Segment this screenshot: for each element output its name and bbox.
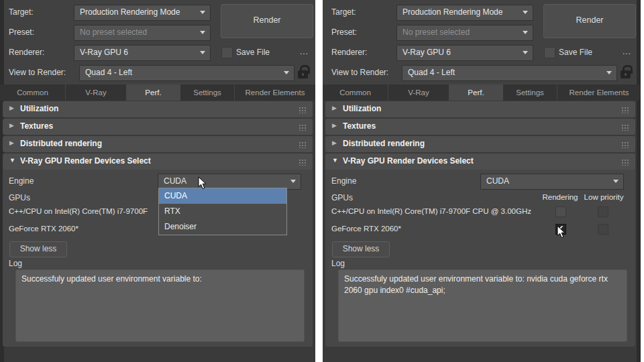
engine-dropdown-list: CUDA RTX Denoiser (158, 188, 287, 235)
expanded-arrow-icon: ▼ (332, 157, 338, 164)
target-dropdown[interactable]: Production Rendering Mode (396, 5, 533, 21)
save-file-label: Save File (559, 48, 592, 57)
rollout-distributed-rendering[interactable]: ▶ Distributed rendering (325, 136, 635, 152)
renderer-dropdown-value: V-Ray GPU 6 (80, 48, 128, 57)
drag-grip-icon[interactable] (621, 141, 629, 148)
expanded-arrow-icon: ▼ (9, 157, 15, 164)
save-file-checkbox[interactable] (544, 47, 555, 58)
settings-tabbar: Common V-Ray Perf. Settings Render Eleme… (0, 84, 315, 101)
chevron-down-icon (200, 51, 205, 54)
target-dropdown[interactable]: Production Rendering Mode (74, 5, 211, 21)
chevron-down-icon (606, 71, 612, 74)
preset-label: Preset: (331, 27, 357, 37)
lock-view-icon[interactable] (621, 65, 632, 79)
view-to-render-dropdown[interactable]: Quad 4 - Left (402, 65, 617, 81)
drag-grip-icon[interactable] (621, 107, 629, 113)
gpus-label: GPUs (331, 193, 353, 202)
renderer-label: Renderer: (331, 48, 367, 57)
collapsed-arrow-icon: ▶ (9, 105, 14, 111)
chevron-down-icon (200, 11, 205, 14)
render-setup-panel-right: Target: Production Rendering Mode Render… (323, 0, 641, 362)
drag-grip-icon[interactable] (621, 124, 629, 131)
rollout-textures[interactable]: ▶ Textures (325, 119, 635, 135)
engine-option-rtx[interactable]: RTX (159, 204, 286, 219)
lock-view-icon[interactable] (298, 65, 309, 79)
save-file-label: Save File (236, 48, 270, 57)
tab-settings[interactable]: Settings (180, 84, 234, 101)
collapsed-arrow-icon: ▶ (332, 139, 337, 146)
render-button[interactable]: Render (543, 4, 636, 38)
drag-grip-icon[interactable] (299, 159, 306, 166)
gpus-label: GPUs (9, 193, 30, 202)
view-to-render-value: Quad 4 - Left (408, 68, 455, 77)
chevron-down-icon (523, 51, 528, 54)
renderer-label: Renderer: (9, 48, 44, 57)
view-to-render-label: View to Render: (9, 68, 66, 77)
drag-grip-icon[interactable] (621, 159, 629, 166)
chevron-down-icon (523, 11, 528, 14)
renderer-dropdown-value: V-Ray GPU 6 (402, 48, 451, 57)
settings-tabbar: Common V-Ray Perf. Settings Render Eleme… (323, 84, 641, 101)
chevron-down-icon (523, 31, 528, 34)
chevron-down-icon (290, 180, 296, 183)
show-less-button[interactable]: Show less (9, 241, 67, 257)
chevron-down-icon (284, 71, 289, 74)
tab-settings[interactable]: Settings (503, 84, 557, 101)
tab-perf[interactable]: Perf. (449, 84, 503, 101)
collapsed-arrow-icon: ▶ (9, 122, 14, 129)
engine-dropdown-value: CUDA (164, 176, 186, 186)
collapsed-arrow-icon: ▶ (332, 105, 337, 111)
gpu-low-priority-checkbox[interactable] (598, 224, 608, 235)
log-output[interactable]: Successfuly updated user environment var… (15, 269, 305, 342)
log-output[interactable]: Successfuly updated user environment var… (338, 269, 627, 342)
tab-perf[interactable]: Perf. (126, 84, 180, 101)
view-to-render-value: Quad 4 - Left (85, 68, 132, 77)
drag-grip-icon[interactable] (299, 124, 306, 131)
engine-dropdown-value: CUDA (486, 176, 509, 186)
rollout-utilization[interactable]: ▶ Utilization (3, 101, 313, 117)
engine-label: Engine (331, 176, 356, 186)
engine-label: Engine (9, 176, 34, 186)
cpu-device-label: C++/CPU on Intel(R) Core(TM) i7-9700F CP… (331, 207, 531, 215)
tab-vray[interactable]: V-Ray (65, 84, 126, 101)
tab-common[interactable]: Common (323, 84, 388, 101)
browse-button[interactable]: ... (300, 47, 309, 56)
drag-grip-icon[interactable] (299, 107, 306, 113)
preset-dropdown[interactable]: No preset selected (396, 25, 533, 41)
tab-render-elements[interactable]: Render Elements (234, 84, 315, 101)
cpu-device-label: C++/CPU on Intel(R) Core(TM) i7-9700F (9, 207, 148, 215)
target-dropdown-value: Production Rendering Mode (402, 7, 502, 17)
mouse-cursor-icon (198, 176, 207, 190)
render-button[interactable]: Render (221, 4, 313, 38)
render-setup-panel-left: Target: Production Rendering Mode Render… (0, 0, 315, 362)
browse-button[interactable]: ... (623, 47, 631, 56)
preset-dropdown[interactable]: No preset selected (74, 25, 211, 41)
collapsed-arrow-icon: ▶ (332, 122, 337, 129)
cpu-rendering-checkbox[interactable] (555, 206, 566, 217)
tab-common[interactable]: Common (0, 84, 65, 101)
rollout-devices-header[interactable]: ▼ V-Ray GPU Render Devices Select (3, 154, 313, 170)
tab-render-elements[interactable]: Render Elements (557, 84, 641, 101)
rollout-distributed-rendering[interactable]: ▶ Distributed rendering (3, 136, 313, 152)
engine-option-cuda[interactable]: CUDA (159, 188, 286, 204)
log-label: Log (331, 259, 345, 268)
cpu-low-priority-checkbox[interactable] (598, 206, 608, 217)
rollout-textures[interactable]: ▶ Textures (3, 119, 313, 135)
lock-keyhole (302, 73, 304, 76)
drag-grip-icon[interactable] (299, 141, 306, 148)
collapsed-arrow-icon: ▶ (9, 139, 14, 146)
renderer-dropdown[interactable]: V-Ray GPU 6 (396, 45, 533, 61)
tab-vray[interactable]: V-Ray (388, 84, 449, 101)
preset-dropdown-value: No preset selected (80, 27, 147, 37)
lock-keyhole (625, 73, 627, 76)
engine-option-denoiser[interactable]: Denoiser (159, 219, 286, 235)
rollout-utilization[interactable]: ▶ Utilization (325, 101, 635, 117)
save-file-checkbox[interactable] (221, 47, 233, 58)
gpu-device-label: GeForce RTX 2060* (9, 225, 78, 233)
engine-dropdown[interactable]: CUDA (480, 174, 624, 190)
show-less-button[interactable]: Show less (332, 241, 390, 257)
rollout-devices-header[interactable]: ▼ V-Ray GPU Render Devices Select (325, 154, 635, 170)
target-label: Target: (331, 7, 356, 17)
renderer-dropdown[interactable]: V-Ray GPU 6 (74, 45, 211, 61)
view-to-render-dropdown[interactable]: Quad 4 - Left (79, 65, 294, 81)
